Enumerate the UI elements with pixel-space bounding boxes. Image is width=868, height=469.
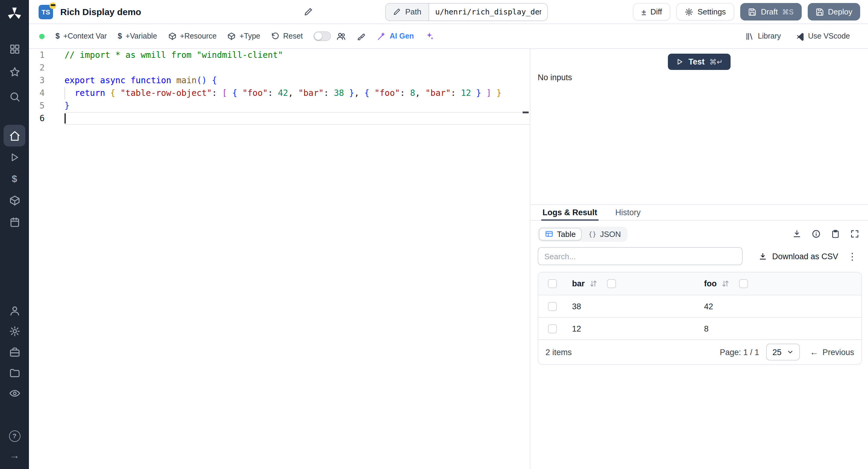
user-icon	[9, 305, 20, 316]
table-row[interactable]: 38 42	[538, 295, 861, 318]
page-size-select[interactable]: 25	[767, 344, 800, 361]
row-checkbox[interactable]	[548, 324, 557, 333]
code-line: }	[64, 99, 530, 112]
cell-value: 8	[704, 324, 709, 333]
sidebar-item-home[interactable]	[4, 125, 25, 147]
code-editor[interactable]: 123456 // import * as wmill from "windmi…	[29, 49, 530, 469]
add-context-var-button[interactable]: $ +Context Var	[56, 32, 107, 40]
column-checkbox-bar[interactable]	[607, 279, 616, 288]
cell-value: 42	[704, 302, 713, 311]
sidebar-item-settings[interactable]	[7, 324, 22, 338]
gear-icon	[685, 7, 693, 16]
editor-code-area: // import * as wmill from "windmill-clie…	[64, 49, 530, 469]
sidebar-item-audit-logs[interactable]	[7, 386, 22, 400]
plus-minus-icon: ±	[642, 7, 646, 16]
select-all-checkbox[interactable]	[548, 279, 557, 288]
ai-gen-button[interactable]: AI Gen	[377, 32, 414, 41]
download-csv-button[interactable]: Download as CSV	[758, 252, 838, 261]
apps-icon[interactable]	[7, 41, 22, 56]
column-checkbox-foo[interactable]	[739, 279, 748, 288]
edit-summary-button[interactable]	[304, 7, 313, 16]
path-edit-button[interactable]: Path	[385, 3, 429, 21]
page-indicator: Page: 1 / 1	[720, 347, 759, 356]
path-group: Path	[385, 3, 548, 21]
use-vscode-button[interactable]: Use VScode	[795, 32, 850, 41]
status-dot	[39, 33, 44, 39]
ai-sparkles-button[interactable]	[425, 31, 434, 41]
column-header-foo[interactable]: foo	[704, 279, 717, 288]
sidebar-item-runs[interactable]	[7, 150, 22, 164]
search-icon[interactable]	[7, 89, 22, 104]
expand-sidebar-button[interactable]: →	[7, 448, 22, 463]
clipboard-icon	[831, 229, 840, 239]
settings-button[interactable]: Settings	[676, 3, 734, 21]
library-button[interactable]: Library	[745, 32, 781, 41]
sort-arrows-icon	[590, 280, 597, 287]
info-button[interactable]	[811, 229, 821, 239]
sidebar-item-schedules[interactable]	[7, 215, 22, 229]
editor-toolbar: $ +Context Var $ +Variable +Resource +Ty…	[29, 24, 868, 49]
topbar: TS Rich Display demo Path ± Diff	[29, 0, 868, 24]
draft-button[interactable]: Draft ⌘S	[740, 3, 801, 21]
arrow-right-icon: →	[9, 450, 20, 462]
windmill-logo-icon[interactable]	[5, 5, 24, 23]
dollar-icon: $	[12, 174, 17, 184]
table-row[interactable]: 12 8	[538, 318, 861, 340]
briefcase-icon	[9, 346, 20, 358]
sidebar-item-users[interactable]	[7, 303, 22, 318]
code-line: return { "table-row-object": [ { "foo": …	[64, 87, 530, 99]
code-line: export async function main() {	[64, 74, 530, 87]
cube-icon	[9, 194, 20, 206]
test-button[interactable]: Test ⌘↵	[668, 54, 731, 70]
help-button[interactable]: ?	[7, 429, 22, 443]
view-json-button[interactable]: {} JSON	[583, 228, 626, 240]
sort-bar-button[interactable]	[590, 280, 597, 287]
code-line: // import * as wmill from "windmill-clie…	[64, 49, 530, 61]
copy-result-button[interactable]	[831, 229, 840, 239]
diff-button[interactable]: ± Diff	[633, 3, 671, 21]
add-resource-button[interactable]: +Resource	[168, 32, 217, 40]
column-header-bar[interactable]: bar	[572, 279, 585, 288]
sidebar-item-resources[interactable]	[7, 193, 22, 207]
multiplayer-toggle[interactable]	[314, 31, 331, 41]
sort-foo-button[interactable]	[721, 280, 730, 287]
result-section: Logs & Result History Table {} JSON	[530, 205, 868, 469]
search-input[interactable]	[538, 247, 743, 265]
tab-history[interactable]: History	[614, 205, 642, 220]
previous-page-button[interactable]: ← Previous	[810, 347, 854, 357]
arrow-left-icon: ←	[810, 347, 818, 357]
row-checkbox[interactable]	[548, 302, 557, 311]
add-variable-button[interactable]: $ +Variable	[118, 32, 157, 40]
line-number: 4	[29, 87, 44, 99]
chevron-down-icon	[787, 348, 794, 356]
view-table-button[interactable]: Table	[539, 227, 582, 240]
package-icon	[227, 32, 236, 40]
table-menu-button[interactable]: ⋮	[845, 250, 860, 262]
expand-result-button[interactable]	[850, 229, 860, 239]
download-result-button[interactable]	[792, 229, 802, 239]
result-view-toggle: Table {} JSON	[538, 226, 627, 242]
add-type-button[interactable]: +Type	[227, 32, 260, 40]
sidebar-item-variables[interactable]: $	[7, 172, 22, 186]
deploy-button[interactable]: Deploy	[807, 3, 860, 21]
line-number: 6	[29, 112, 44, 125]
format-code-button[interactable]	[357, 32, 366, 41]
line-number: 3	[29, 74, 44, 87]
json-braces-icon: {}	[588, 230, 596, 238]
users-icon[interactable]	[337, 31, 346, 41]
line-number: 2	[29, 61, 44, 74]
library-icon	[745, 32, 754, 41]
sort-arrows-icon	[721, 280, 730, 287]
favorites-star-icon[interactable]	[7, 64, 22, 79]
sidebar-item-folders[interactable]	[7, 365, 22, 380]
pencil-icon	[304, 7, 313, 16]
folder-icon	[9, 367, 20, 378]
reset-button[interactable]: Reset	[271, 32, 303, 40]
sidebar-item-workspace[interactable]	[7, 345, 22, 359]
result-table: bar foo	[538, 272, 862, 365]
cell-value: 38	[572, 302, 581, 311]
tab-logs-result[interactable]: Logs & Result	[541, 205, 598, 221]
path-input[interactable]	[429, 3, 548, 21]
pencil-icon	[393, 8, 401, 16]
items-count-label: 2 items	[546, 347, 572, 356]
